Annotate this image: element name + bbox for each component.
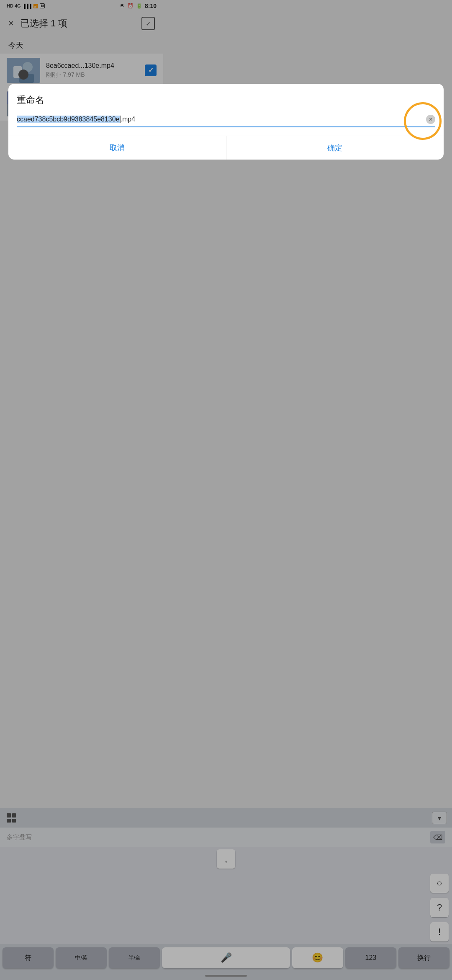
dialog-overlay: [0, 0, 163, 353]
dialog-input-wrapper: ccaed738c5bcb9d9383845e8130e.mp4 ✕: [17, 115, 163, 127]
input-suffix: .mp4: [121, 116, 136, 123]
file-rename-input[interactable]: ccaed738c5bcb9d9383845e8130e.mp4: [17, 116, 163, 124]
dialog-title: 重命名: [17, 94, 163, 106]
dialog-actions: 取消 确定: [8, 136, 163, 160]
rename-dialog: 重命名 ccaed738c5bcb9d9383845e8130e.mp4 ✕ 取…: [8, 84, 163, 160]
cancel-button[interactable]: 取消: [8, 136, 163, 160]
selected-text: ccaed738c5bcb9d9383845e8130e: [17, 116, 120, 123]
